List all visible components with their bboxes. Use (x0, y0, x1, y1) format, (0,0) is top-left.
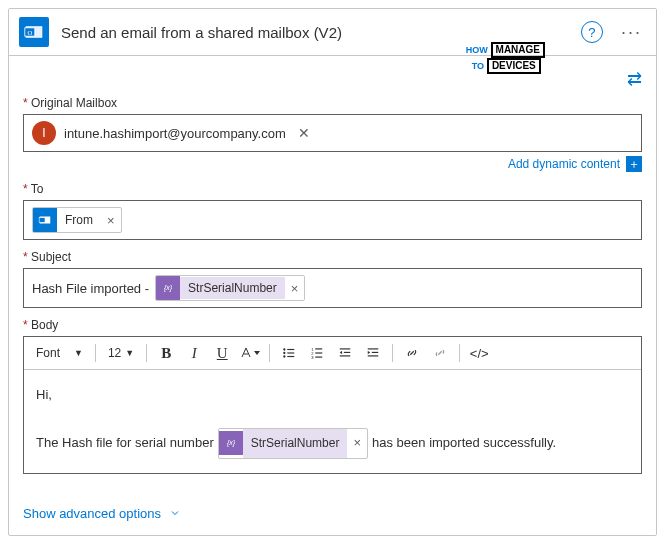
remove-mailbox-icon[interactable]: ✕ (294, 125, 314, 141)
field-original-mailbox: Original Mailbox I intune.hashimport@you… (23, 96, 642, 172)
outdent-button[interactable] (332, 341, 358, 365)
number-list-button[interactable]: 123 (304, 341, 330, 365)
unlink-button[interactable] (427, 341, 453, 365)
body-greeting: Hi, (36, 384, 629, 406)
separator (146, 344, 147, 362)
bullet-list-button[interactable] (276, 341, 302, 365)
editor-content[interactable]: Hi, The Hash file for serial number {x} … (24, 370, 641, 473)
token-serial-body: {x} StrSerialNumber × (218, 428, 368, 458)
label-subject: Subject (23, 250, 642, 264)
token-serial-body-label: StrSerialNumber (243, 429, 348, 457)
label-body: Body (23, 318, 642, 332)
field-body: Body Font ▼ 12 ▼ B I U (23, 318, 642, 474)
indent-button[interactable] (360, 341, 386, 365)
token-from: From × (32, 207, 122, 233)
link-button[interactable] (399, 341, 425, 365)
svg-text:{x}: {x} (227, 440, 236, 448)
input-to[interactable]: From × (23, 200, 642, 240)
svg-rect-17 (315, 357, 322, 358)
remove-serial-body-icon[interactable]: × (347, 432, 367, 454)
chevron-down-icon (169, 507, 181, 519)
svg-rect-9 (287, 352, 294, 353)
svg-rect-13 (315, 348, 322, 349)
token-serial-subject: {x} StrSerialNumber × (155, 275, 305, 301)
token-from-label: From (57, 209, 101, 231)
caret-down-icon: ▼ (125, 348, 134, 358)
body-text-after: has been imported successfully. (372, 432, 556, 454)
card-header: O Send an email from a shared mailbox (V… (9, 9, 656, 56)
svg-rect-11 (287, 356, 294, 357)
separator (392, 344, 393, 362)
field-subject: Subject Hash File imported - {x} StrSeri… (23, 250, 642, 308)
code-view-button[interactable]: </> (466, 341, 492, 365)
add-dynamic-content-icon[interactable]: ＋ (626, 156, 642, 172)
svg-rect-19 (344, 352, 350, 353)
mailbox-chip: I intune.hashimport@yourcompany.com ✕ (32, 121, 314, 145)
action-card: O Send an email from a shared mailbox (V… (8, 8, 657, 536)
svg-point-10 (283, 355, 285, 357)
italic-button[interactable]: I (181, 341, 207, 365)
svg-rect-4 (39, 218, 45, 223)
svg-rect-7 (287, 349, 294, 350)
body-text-before: The Hash file for serial number (36, 432, 214, 454)
variable-icon: {x} (156, 276, 180, 300)
svg-rect-20 (340, 355, 351, 356)
svg-text:{x}: {x} (164, 284, 173, 292)
caret-down-icon: ▼ (74, 348, 83, 358)
remove-serial-subject-icon[interactable]: × (285, 281, 305, 296)
card-body: ⇄ Original Mailbox I intune.hashimport@y… (9, 56, 656, 498)
font-family-label: Font (36, 346, 60, 360)
outlook-icon: O (19, 17, 49, 47)
editor-toolbar: Font ▼ 12 ▼ B I U (24, 337, 641, 370)
svg-rect-18 (340, 348, 351, 349)
rich-editor: Font ▼ 12 ▼ B I U (23, 336, 642, 474)
swap-icon[interactable]: ⇄ (627, 68, 642, 90)
label-to: To (23, 182, 642, 196)
help-icon[interactable]: ? (581, 21, 603, 43)
underline-button[interactable]: U (209, 341, 235, 365)
svg-rect-23 (368, 355, 379, 356)
mailbox-email: intune.hashimport@yourcompany.com (64, 126, 286, 141)
token-serial-subject-label: StrSerialNumber (180, 277, 285, 299)
svg-point-8 (283, 352, 285, 354)
show-advanced-link[interactable]: Show advanced options (23, 506, 181, 521)
show-advanced-label: Show advanced options (23, 506, 161, 521)
avatar: I (32, 121, 56, 145)
input-original-mailbox[interactable]: I intune.hashimport@yourcompany.com ✕ (23, 114, 642, 152)
field-to: To From × (23, 182, 642, 240)
svg-rect-21 (368, 348, 379, 349)
separator (269, 344, 270, 362)
more-icon[interactable]: ··· (617, 22, 646, 43)
separator (459, 344, 460, 362)
add-dynamic-content-link[interactable]: Add dynamic content (508, 157, 620, 171)
svg-text:O: O (27, 29, 32, 36)
font-size-select[interactable]: 12 ▼ (102, 344, 140, 362)
subject-prefix: Hash File imported - (32, 281, 149, 296)
font-color-button[interactable] (237, 341, 263, 365)
svg-rect-22 (372, 352, 378, 353)
card-title: Send an email from a shared mailbox (V2) (61, 24, 581, 41)
bold-button[interactable]: B (153, 341, 179, 365)
input-subject[interactable]: Hash File imported - {x} StrSerialNumber… (23, 268, 642, 308)
outlook-token-icon (33, 208, 57, 232)
font-family-select[interactable]: Font ▼ (30, 344, 89, 362)
separator (95, 344, 96, 362)
svg-point-6 (283, 348, 285, 350)
svg-rect-15 (315, 352, 322, 353)
font-size-label: 12 (108, 346, 121, 360)
svg-text:3: 3 (311, 355, 314, 360)
label-original-mailbox: Original Mailbox (23, 96, 642, 110)
variable-icon: {x} (219, 431, 243, 455)
remove-from-token-icon[interactable]: × (101, 213, 121, 228)
